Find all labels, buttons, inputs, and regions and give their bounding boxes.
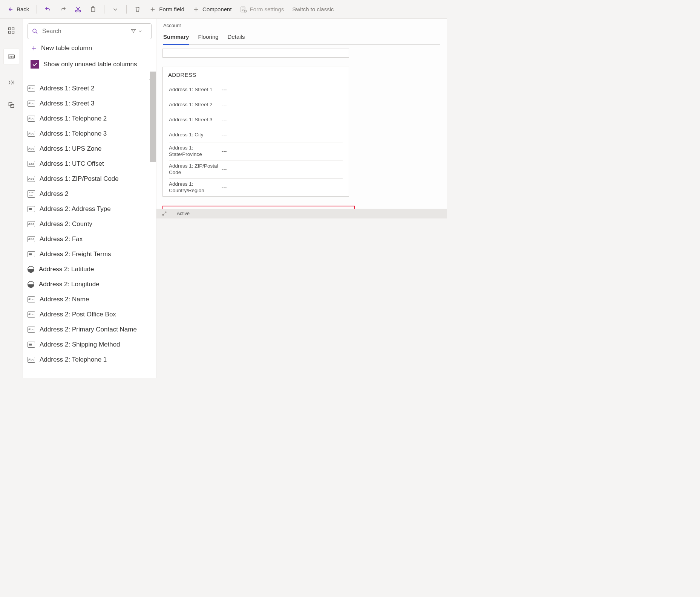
column-item[interactable]: AbcAddress 2: Fax [23, 232, 156, 247]
column-label: Address 2: Latitude [39, 266, 94, 273]
expand-icon[interactable] [162, 211, 167, 216]
column-item[interactable]: AbcAddress 2: County [23, 217, 156, 232]
redo-icon [60, 6, 66, 13]
separator [104, 5, 104, 14]
text-icon: Abc [28, 146, 35, 152]
cut-button[interactable] [72, 3, 84, 16]
column-item[interactable]: AbcAddress 1: Street 2 [23, 81, 156, 96]
search-icon [32, 28, 38, 35]
text-icon: Abc [28, 296, 35, 302]
column-item[interactable]: AbcAddress 2: Primary Contact Name [23, 322, 156, 337]
column-label: Address 1: Telephone 3 [40, 130, 107, 137]
scroll-up-indicator[interactable]: ▲ [23, 77, 156, 81]
sidebar-scrollbar[interactable] [150, 72, 156, 162]
svg-point-5 [244, 10, 246, 12]
field-value: --- [222, 132, 227, 137]
cut-icon [75, 6, 81, 13]
switch-classic-label: Switch to classic [292, 6, 334, 12]
tab-details[interactable]: Details [228, 34, 245, 44]
svg-text:Abc: Abc [9, 55, 14, 58]
delete-button[interactable] [131, 3, 144, 16]
svg-rect-16 [29, 208, 32, 210]
column-item[interactable]: Address 2: Shipping Method [23, 337, 156, 352]
form-field[interactable]: Address 1: State/Province--- [169, 142, 343, 160]
search-box[interactable] [28, 23, 152, 39]
redo-button[interactable] [57, 3, 69, 16]
column-item[interactable]: 123Address 1: UTC Offset [23, 156, 156, 171]
entity-name: Account [163, 23, 440, 28]
trash-icon [134, 6, 141, 13]
separator [126, 5, 127, 14]
svg-rect-6 [9, 28, 11, 30]
column-label: Address 2: Post Office Box [40, 311, 116, 318]
column-label: Address 2: Longitude [39, 281, 100, 288]
column-label: Address 2: Name [40, 296, 89, 303]
column-item[interactable]: Address 2: Address Type [23, 202, 156, 217]
text-icon: Abc [28, 101, 35, 107]
column-item[interactable]: Address 2: Freight Terms [23, 247, 156, 262]
svg-rect-8 [9, 31, 11, 34]
rail-columns[interactable]: Abc [4, 49, 19, 64]
new-table-column-button[interactable]: New table column [28, 39, 152, 57]
column-item[interactable]: AbcdefAddress 2 [23, 186, 156, 202]
columns-sidebar: New table column Show only unused table … [23, 19, 156, 378]
filter-button[interactable] [125, 24, 147, 39]
field-label: Address 1: Country/Region [169, 180, 222, 195]
undo-button[interactable] [41, 3, 54, 16]
column-label: Address 1: Street 3 [40, 100, 95, 107]
form-field-label: Form field [159, 6, 184, 12]
form-field[interactable]: Address 1: Street 2--- [169, 97, 343, 112]
column-item[interactable]: AbcAddress 2: Post Office Box [23, 307, 156, 322]
tab-flooring[interactable]: Flooring [198, 34, 218, 44]
rail-components[interactable] [7, 26, 15, 35]
form-tabs: SummaryFlooringDetails [163, 34, 440, 45]
column-item[interactable]: AbcAddress 2: Telephone 1 [23, 352, 156, 367]
paste-options-button[interactable] [109, 3, 122, 16]
field-label: Address 1: City [169, 130, 222, 139]
chevron-down-icon [112, 6, 119, 13]
column-label: Address 2: Freight Terms [40, 250, 111, 258]
field-label: Address 1: ZIP/Postal Code [169, 162, 222, 177]
add-component-button[interactable]: Component [190, 3, 235, 16]
form-field[interactable]: Address 1: Street 1--- [169, 82, 343, 97]
tab-summary[interactable]: Summary [163, 34, 189, 45]
field-value: --- [222, 117, 227, 122]
search-input[interactable] [42, 28, 125, 35]
svg-rect-18 [29, 253, 32, 255]
column-label: Address 2: Telephone 1 [40, 356, 107, 363]
column-item[interactable]: Address 2: Latitude [23, 262, 156, 277]
form-field[interactable]: Address 1: City--- [169, 127, 343, 142]
column-label: Address 1: UTC Offset [40, 160, 104, 168]
svg-rect-9 [12, 31, 14, 34]
svg-rect-12 [9, 102, 12, 105]
back-button[interactable]: Back [4, 3, 32, 16]
column-item[interactable]: AbcAddress 2: Name [23, 292, 156, 307]
previous-section-placeholder[interactable] [162, 49, 349, 58]
add-form-field-button[interactable]: Form field [146, 3, 187, 16]
section-title: ADDRESS [163, 67, 349, 82]
form-field[interactable]: Address 1: Country/Region--- [169, 178, 343, 196]
column-label: Address 1: UPS Zone [40, 145, 101, 153]
field-label: Address 1: Street 2 [169, 100, 222, 109]
form-field[interactable]: Address 1: Street 3--- [169, 112, 343, 127]
chevron-down-icon [138, 29, 142, 34]
field-label: Address 1: Street 1 [169, 85, 222, 94]
column-label: Address 2: Fax [40, 235, 83, 243]
column-item[interactable]: AbcAddress 1: Street 3 [23, 96, 156, 111]
section-address[interactable]: ADDRESS Address 1: Street 1---Address 1:… [162, 67, 349, 197]
form-field[interactable]: Address 1: ZIP/Postal Code--- [169, 160, 343, 178]
column-item[interactable]: AbcAddress 1: UPS Zone [23, 141, 156, 156]
form-settings-button[interactable]: Form settings [237, 3, 287, 16]
text-icon: Abc [28, 357, 35, 363]
switch-classic-button[interactable]: Switch to classic [289, 3, 337, 16]
rail-tree[interactable] [7, 78, 15, 87]
new-column-label: New table column [41, 44, 92, 52]
column-item[interactable]: AbcAddress 1: Telephone 3 [23, 126, 156, 141]
column-item[interactable]: Address 2: Longitude [23, 277, 156, 292]
column-item[interactable]: AbcAddress 1: ZIP/Postal Code [23, 171, 156, 186]
paste-button[interactable] [87, 3, 100, 16]
rail-libraries[interactable] [7, 101, 15, 109]
show-unused-checkbox[interactable]: Show only unused table columns [28, 57, 152, 75]
column-item[interactable]: AbcAddress 1: Telephone 2 [23, 111, 156, 126]
svg-rect-7 [12, 28, 14, 30]
